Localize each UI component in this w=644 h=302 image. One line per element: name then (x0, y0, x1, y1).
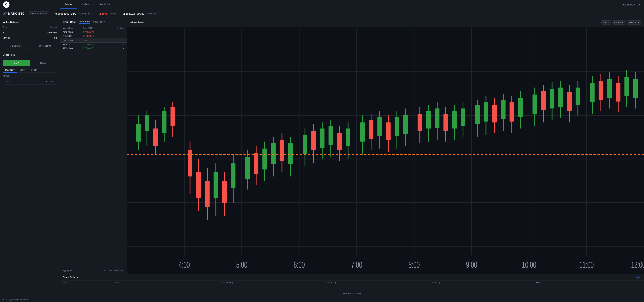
buy-order-row-1[interactable]: 4709.4000 0.00003163 - (60, 46, 127, 50)
nav-tab-trade[interactable]: Trade (60, 0, 76, 9)
logo-area: C (0, 1, 60, 8)
svg-rect-74 (426, 111, 431, 128)
svg-rect-38 (254, 153, 258, 174)
amount-input-row: Max BTC (3, 79, 57, 84)
svg-rect-86 (484, 102, 488, 122)
amount-col-header: Amount (25, 25, 60, 30)
buy-order-row-0[interactable]: 41.8000 0.00003164 - (60, 42, 127, 46)
svg-rect-80 (452, 111, 456, 128)
svg-text:8:00: 8:00 (408, 260, 420, 270)
order-book-header: Order Book Order Book Trade History (60, 18, 127, 26)
sell-order-row-0[interactable]: 2436.9000 0.00003166 - (60, 30, 127, 34)
time-period-dropdown[interactable]: 5m ▼ (601, 20, 611, 25)
asset-amount-btc: 0.00000000 (25, 30, 60, 35)
buy-order-size-1: 4709.4000 (63, 47, 83, 50)
svg-rect-72 (418, 114, 422, 131)
market-link-icon: 🔗 (3, 12, 7, 16)
amount-label: Amount (0, 73, 60, 78)
chevron-down-icon: ▼ (45, 12, 47, 15)
col-fee: Fee (BTC) (431, 282, 536, 284)
asset-table: Asset Amount BTC 0.00000000 MATIC 0.0 (0, 25, 60, 41)
col-price: Price (BTC) (83, 27, 104, 29)
svg-rect-20 (162, 111, 166, 133)
asset-row-btc: BTC 0.00000000 (0, 30, 60, 35)
svg-rect-94 (518, 98, 523, 117)
svg-text:12:00: 12:00 (631, 260, 644, 270)
svg-rect-48 (302, 135, 307, 154)
deposit-button[interactable]: ⍗ DEPOSIT (3, 43, 29, 49)
svg-rect-92 (510, 102, 514, 122)
buy-sell-tabs: BUY SELL (3, 60, 57, 66)
svg-rect-52 (320, 128, 324, 148)
chevron-down-icon: ▼ (637, 21, 639, 24)
spread-label: BTC Spread (63, 39, 83, 41)
col-market-size: Market Size (63, 27, 83, 29)
buy-order-price-0: 0.00003164 (83, 43, 104, 46)
svg-rect-40 (262, 149, 267, 169)
wallet-btn-row: ⍗ DEPOSIT ⍖ WITHDRAW (0, 41, 60, 51)
col-status: Status (536, 282, 641, 284)
svg-rect-100 (550, 89, 554, 109)
price-charts-panel: Price Charts 5m ▼ Candle ▼ Overlay ▼ (127, 18, 644, 274)
svg-rect-114 (616, 83, 620, 102)
sell-order-mysize-0: - (104, 31, 124, 33)
market-bar: 🔗 MATIC-BTC Select Market ▼ 0.00003163 B… (0, 9, 644, 18)
overlay-dropdown[interactable]: Overlay ▼ (627, 20, 641, 25)
open-orders-header: Open Orders Open (60, 274, 644, 281)
order-book-title: Order Book (63, 20, 76, 23)
svg-rect-118 (633, 79, 638, 98)
volume-24h-stat: 2,164,014 MATIC 24h volume (123, 12, 157, 15)
status-bar: All Systems Operational (0, 297, 644, 302)
open-orders-col-headers: Side Size Filled (MATIC) Price (BTC) Fee… (60, 281, 644, 285)
order-book-col-headers: Market Size Price (BTC) My Size (60, 26, 127, 30)
last-trade-price-label: Last trade price (78, 12, 92, 15)
select-market-button[interactable]: Select Market ▼ (28, 11, 49, 16)
svg-rect-60 (360, 122, 365, 142)
col-size: Size (116, 282, 220, 284)
svg-rect-98 (541, 91, 546, 110)
user-name[interactable]: Jeb Stewart (622, 3, 635, 6)
sell-order-price-1: 0.00003165 (83, 35, 104, 37)
col-filled: Filled (MATIC) (220, 282, 326, 284)
order-type-market[interactable]: MARKET (3, 68, 17, 73)
order-book-tab-orderbook[interactable]: Order Book (79, 20, 90, 23)
asset-row-matic: MATIC 0.0 (0, 35, 60, 41)
order-book-tab-history[interactable]: Trade History (93, 20, 105, 23)
nav-expand-icon[interactable]: ▸ (639, 3, 640, 6)
amount-max-link[interactable]: Max (3, 79, 11, 84)
aggregation-controls: − 0.00000001 + (103, 269, 124, 272)
aggregation-label: Aggregation (63, 269, 74, 272)
spread-value: 0.00000001 (83, 39, 104, 41)
nav-tab-portfolios[interactable]: Portfolios (94, 0, 116, 9)
order-type-tabs: MARKET LIMIT STOP (3, 68, 57, 73)
change-24h-label: 24h price (108, 12, 117, 15)
amount-input[interactable] (11, 79, 49, 84)
asset-name-matic: MATIC (0, 35, 25, 41)
buy-tab[interactable]: BUY (3, 60, 30, 66)
chart-type-dropdown[interactable]: Candle ▼ (612, 20, 626, 25)
aggregation-increase-button[interactable]: + (120, 269, 124, 272)
sell-tab[interactable]: SELL (30, 60, 57, 66)
svg-rect-16 (144, 115, 149, 131)
last-trade-price-value: 0.00003163 (56, 12, 70, 15)
svg-rect-36 (245, 157, 250, 179)
svg-rect-62 (369, 120, 373, 139)
order-type-limit[interactable]: LIMIT (17, 68, 28, 73)
sell-order-size-1: 780.0000 (63, 35, 83, 37)
order-book-panel: Order Book Order Book Trade History Mark… (60, 18, 127, 274)
open-orders-link[interactable]: Open (636, 276, 641, 279)
svg-rect-22 (170, 107, 175, 126)
svg-rect-82 (461, 108, 465, 126)
aggregation-decrease-button[interactable]: − (103, 269, 106, 272)
sell-order-row-1[interactable]: 780.0000 0.00003165 - (60, 34, 127, 38)
svg-rect-32 (222, 181, 227, 203)
withdraw-button[interactable]: ⍖ WITHDRAW (31, 43, 57, 49)
order-type-stop[interactable]: STOP (28, 68, 39, 73)
svg-rect-34 (231, 163, 235, 188)
status-dot (3, 299, 4, 301)
asset-amount-matic: 0.0 (25, 35, 60, 41)
asset-col-header: Asset (0, 25, 25, 30)
svg-rect-96 (532, 94, 537, 114)
nav-tab-orders[interactable]: Orders (76, 0, 94, 9)
app-logo[interactable]: C (3, 1, 10, 8)
